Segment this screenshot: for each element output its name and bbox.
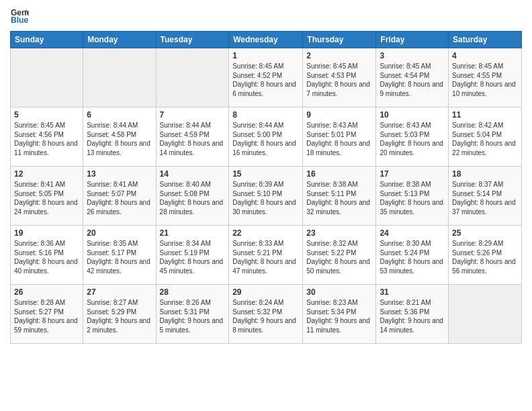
day-number: 8 xyxy=(232,110,299,120)
weekday-header-friday: Friday xyxy=(376,32,449,48)
calendar-cell: 6Sunrise: 8:44 AM Sunset: 4:58 PM Daylig… xyxy=(83,107,156,167)
day-detail: Sunrise: 8:28 AM Sunset: 5:27 PM Dayligh… xyxy=(14,298,79,334)
calendar-cell: 29Sunrise: 8:24 AM Sunset: 5:32 PM Dayli… xyxy=(229,285,303,344)
day-detail: Sunrise: 8:27 AM Sunset: 5:29 PM Dayligh… xyxy=(87,298,152,334)
day-number: 5 xyxy=(14,110,79,120)
day-detail: Sunrise: 8:33 AM Sunset: 5:21 PM Dayligh… xyxy=(232,239,299,275)
day-number: 24 xyxy=(380,228,445,238)
day-detail: Sunrise: 8:40 AM Sunset: 5:08 PM Dayligh… xyxy=(160,180,226,216)
day-number: 25 xyxy=(452,228,518,238)
calendar-cell: 1Sunrise: 8:45 AM Sunset: 4:52 PM Daylig… xyxy=(229,48,303,107)
day-detail: Sunrise: 8:26 AM Sunset: 5:31 PM Dayligh… xyxy=(160,298,226,334)
day-number: 7 xyxy=(160,110,226,120)
day-detail: Sunrise: 8:43 AM Sunset: 5:03 PM Dayligh… xyxy=(380,121,445,157)
calendar-cell xyxy=(449,285,522,344)
calendar-cell: 23Sunrise: 8:32 AM Sunset: 5:22 PM Dayli… xyxy=(303,226,376,285)
day-detail: Sunrise: 8:24 AM Sunset: 5:32 PM Dayligh… xyxy=(232,298,299,334)
calendar-cell: 14Sunrise: 8:40 AM Sunset: 5:08 PM Dayli… xyxy=(156,167,229,226)
calendar-cell: 12Sunrise: 8:41 AM Sunset: 5:05 PM Dayli… xyxy=(11,167,83,226)
day-number: 15 xyxy=(232,169,299,179)
day-number: 30 xyxy=(306,287,372,297)
weekday-header-tuesday: Tuesday xyxy=(156,32,229,48)
day-number: 31 xyxy=(380,287,445,297)
day-number: 26 xyxy=(14,287,79,297)
day-detail: Sunrise: 8:42 AM Sunset: 5:04 PM Dayligh… xyxy=(452,121,518,157)
calendar-cell: 26Sunrise: 8:28 AM Sunset: 5:27 PM Dayli… xyxy=(11,285,83,344)
day-number: 4 xyxy=(452,51,518,60)
calendar-cell: 17Sunrise: 8:38 AM Sunset: 5:13 PM Dayli… xyxy=(376,167,449,226)
calendar-cell: 24Sunrise: 8:30 AM Sunset: 5:24 PM Dayli… xyxy=(376,226,449,285)
day-detail: Sunrise: 8:44 AM Sunset: 4:58 PM Dayligh… xyxy=(87,121,152,157)
calendar-cell: 30Sunrise: 8:23 AM Sunset: 5:34 PM Dayli… xyxy=(303,285,376,344)
calendar-cell: 5Sunrise: 8:45 AM Sunset: 4:56 PM Daylig… xyxy=(11,107,83,167)
day-detail: Sunrise: 8:44 AM Sunset: 5:00 PM Dayligh… xyxy=(232,121,299,157)
day-detail: Sunrise: 8:30 AM Sunset: 5:24 PM Dayligh… xyxy=(380,239,445,275)
calendar-cell xyxy=(156,48,229,107)
day-number: 2 xyxy=(306,51,372,60)
calendar-cell: 4Sunrise: 8:45 AM Sunset: 4:55 PM Daylig… xyxy=(449,48,522,107)
day-detail: Sunrise: 8:45 AM Sunset: 4:52 PM Dayligh… xyxy=(232,62,299,98)
calendar-cell: 2Sunrise: 8:45 AM Sunset: 4:53 PM Daylig… xyxy=(303,48,376,107)
day-detail: Sunrise: 8:37 AM Sunset: 5:14 PM Dayligh… xyxy=(452,180,518,216)
day-detail: Sunrise: 8:35 AM Sunset: 5:17 PM Dayligh… xyxy=(87,239,152,275)
logo: General Blue xyxy=(10,7,29,26)
day-number: 18 xyxy=(452,169,518,179)
svg-text:Blue: Blue xyxy=(11,15,29,25)
calendar-table: SundayMondayTuesdayWednesdayThursdayFrid… xyxy=(10,31,522,344)
day-detail: Sunrise: 8:43 AM Sunset: 5:01 PM Dayligh… xyxy=(306,121,372,157)
day-number: 27 xyxy=(87,287,152,297)
day-number: 1 xyxy=(232,51,299,60)
day-number: 6 xyxy=(87,110,152,120)
calendar-cell: 15Sunrise: 8:39 AM Sunset: 5:10 PM Dayli… xyxy=(229,167,303,226)
day-detail: Sunrise: 8:36 AM Sunset: 5:16 PM Dayligh… xyxy=(14,239,79,275)
day-number: 17 xyxy=(380,169,445,179)
weekday-header-thursday: Thursday xyxy=(303,32,376,48)
calendar-cell: 13Sunrise: 8:41 AM Sunset: 5:07 PM Dayli… xyxy=(83,167,156,226)
weekday-header-sunday: Sunday xyxy=(11,32,83,48)
day-number: 19 xyxy=(14,228,79,238)
weekday-header-wednesday: Wednesday xyxy=(229,32,303,48)
day-number: 13 xyxy=(87,169,152,179)
day-detail: Sunrise: 8:34 AM Sunset: 5:19 PM Dayligh… xyxy=(160,239,226,275)
calendar-cell: 25Sunrise: 8:29 AM Sunset: 5:26 PM Dayli… xyxy=(449,226,522,285)
calendar-cell xyxy=(11,48,83,107)
calendar-cell: 28Sunrise: 8:26 AM Sunset: 5:31 PM Dayli… xyxy=(156,285,229,344)
logo-icon: General Blue xyxy=(10,7,29,26)
day-detail: Sunrise: 8:38 AM Sunset: 5:11 PM Dayligh… xyxy=(306,180,372,216)
day-detail: Sunrise: 8:45 AM Sunset: 4:54 PM Dayligh… xyxy=(380,62,445,98)
page-header: General Blue xyxy=(10,7,522,26)
day-number: 10 xyxy=(380,110,445,120)
day-number: 21 xyxy=(160,228,226,238)
day-number: 14 xyxy=(160,169,226,179)
calendar-cell xyxy=(83,48,156,107)
day-detail: Sunrise: 8:41 AM Sunset: 5:07 PM Dayligh… xyxy=(87,180,152,216)
day-number: 23 xyxy=(306,228,372,238)
day-detail: Sunrise: 8:38 AM Sunset: 5:13 PM Dayligh… xyxy=(380,180,445,216)
calendar-cell: 9Sunrise: 8:43 AM Sunset: 5:01 PM Daylig… xyxy=(303,107,376,167)
calendar-cell: 3Sunrise: 8:45 AM Sunset: 4:54 PM Daylig… xyxy=(376,48,449,107)
calendar-cell: 16Sunrise: 8:38 AM Sunset: 5:11 PM Dayli… xyxy=(303,167,376,226)
calendar-cell: 21Sunrise: 8:34 AM Sunset: 5:19 PM Dayli… xyxy=(156,226,229,285)
calendar-cell: 10Sunrise: 8:43 AM Sunset: 5:03 PM Dayli… xyxy=(376,107,449,167)
calendar-cell: 19Sunrise: 8:36 AM Sunset: 5:16 PM Dayli… xyxy=(11,226,83,285)
day-detail: Sunrise: 8:45 AM Sunset: 4:53 PM Dayligh… xyxy=(306,62,372,98)
day-number: 20 xyxy=(87,228,152,238)
calendar-cell: 11Sunrise: 8:42 AM Sunset: 5:04 PM Dayli… xyxy=(449,107,522,167)
calendar-cell: 8Sunrise: 8:44 AM Sunset: 5:00 PM Daylig… xyxy=(229,107,303,167)
weekday-header-saturday: Saturday xyxy=(449,32,522,48)
day-number: 3 xyxy=(380,51,445,60)
day-detail: Sunrise: 8:29 AM Sunset: 5:26 PM Dayligh… xyxy=(452,239,518,275)
day-detail: Sunrise: 8:44 AM Sunset: 4:59 PM Dayligh… xyxy=(160,121,226,157)
day-number: 9 xyxy=(306,110,372,120)
weekday-header-monday: Monday xyxy=(83,32,156,48)
day-number: 29 xyxy=(232,287,299,297)
day-number: 16 xyxy=(306,169,372,179)
day-detail: Sunrise: 8:39 AM Sunset: 5:10 PM Dayligh… xyxy=(232,180,299,216)
calendar-cell: 22Sunrise: 8:33 AM Sunset: 5:21 PM Dayli… xyxy=(229,226,303,285)
calendar-cell: 18Sunrise: 8:37 AM Sunset: 5:14 PM Dayli… xyxy=(449,167,522,226)
day-detail: Sunrise: 8:45 AM Sunset: 4:56 PM Dayligh… xyxy=(14,121,79,157)
day-number: 11 xyxy=(452,110,518,120)
calendar-cell: 7Sunrise: 8:44 AM Sunset: 4:59 PM Daylig… xyxy=(156,107,229,167)
day-detail: Sunrise: 8:32 AM Sunset: 5:22 PM Dayligh… xyxy=(306,239,372,275)
day-detail: Sunrise: 8:45 AM Sunset: 4:55 PM Dayligh… xyxy=(452,62,518,98)
